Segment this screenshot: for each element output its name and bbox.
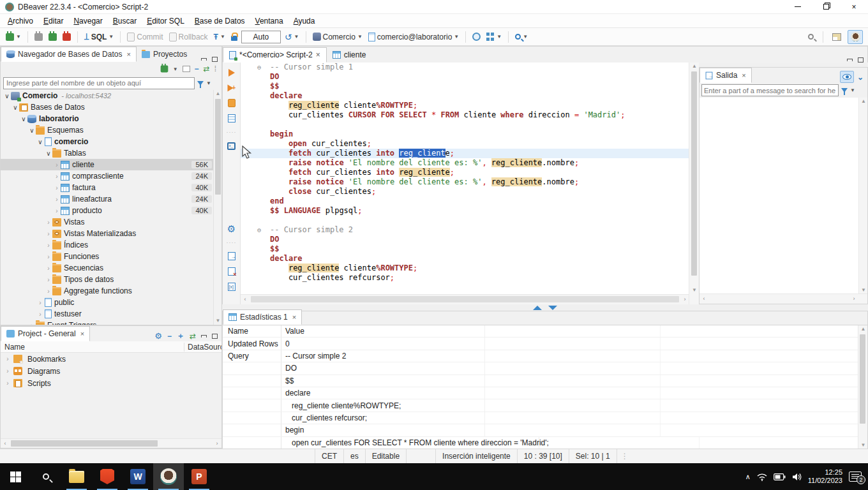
tree-item-tipos-de-datos[interactable]: ›Tipos de datos	[1, 274, 214, 285]
tab-salida-close-icon[interactable]: ×	[742, 71, 745, 79]
tree-item-public[interactable]: ›public	[1, 297, 214, 308]
fold-collapse-icon[interactable]: ⊖	[257, 63, 266, 72]
chevron-collapsed-icon[interactable]: ›	[45, 288, 52, 295]
chevron-expanded-icon[interactable]: ∨	[3, 93, 11, 100]
editor-scroll-up-icon[interactable]: ▲	[689, 63, 700, 70]
scroll-down-icon[interactable]: ▼	[214, 317, 222, 325]
stats-scroll-up-icon[interactable]: ▲	[858, 325, 868, 333]
minimize-panel-icon[interactable]	[201, 58, 207, 61]
stats-row-6[interactable]: reg_cliente cliente%ROWTYPE;	[223, 399, 859, 412]
status-cell-4[interactable]: Inserción inteligente	[435, 449, 518, 463]
tab-database-navigator[interactable]: Navegador de Bases de Datos ×	[1, 47, 137, 62]
restore-button[interactable]	[812, 0, 840, 14]
sql-editor[interactable]: + ···· ›_ ⚙ ···· ⊖-- Cursor simple 1DO$$…	[222, 63, 699, 304]
code-line-23[interactable]: cur_clientes refcursor;	[241, 273, 689, 283]
output-hscrollbar[interactable]: ‹ ›	[700, 293, 867, 304]
menu-ayuda[interactable]: Ayuda	[288, 15, 320, 27]
export-result-button[interactable]	[227, 251, 236, 261]
stats-row-4[interactable]: $$	[223, 375, 859, 387]
status-cell-1[interactable]: CET	[315, 449, 344, 463]
chevron-collapsed-icon[interactable]: ›	[45, 265, 52, 272]
status-cell-5[interactable]: 10 : 39 [10]	[517, 449, 569, 463]
refresh-icon[interactable]: ⇄	[204, 64, 210, 73]
stats-row-2[interactable]: Query-- Cursor simple 2	[223, 350, 859, 362]
tree-item-bases-de-datos[interactable]: ∨Bases de Datos	[1, 101, 214, 113]
chevron-collapsed-icon[interactable]: ›	[45, 219, 52, 226]
code-line-7[interactable]	[241, 120, 689, 130]
taskbar-dbeaver[interactable]	[153, 463, 184, 490]
tree-item-tablas[interactable]: ∨Tablas	[1, 147, 214, 159]
code-area[interactable]: ⊖-- Cursor simple 1DO$$declare reg_clien…	[241, 63, 689, 293]
open-console-button[interactable]: ›_	[227, 141, 236, 151]
connect-button[interactable]	[33, 30, 45, 44]
disconnect-button[interactable]	[61, 30, 73, 44]
project-maximize-icon[interactable]	[212, 334, 218, 339]
filter-dropdown[interactable]: ▼	[206, 80, 211, 86]
nav-new-folder-icon[interactable]	[183, 66, 190, 72]
code-line-15[interactable]: end	[241, 197, 689, 206]
tree-item-producto[interactable]: ›producto40K	[1, 205, 214, 216]
chevron-expanded-icon[interactable]: ∨	[11, 104, 19, 111]
chevron-collapsed-icon[interactable]: ›	[36, 311, 44, 318]
output-search-input[interactable]	[701, 84, 839, 96]
status-cell-2[interactable]: es	[343, 449, 366, 463]
code-line-13[interactable]: raise notice 'El nombre del cliente es: …	[241, 177, 689, 187]
navigate-button[interactable]	[470, 30, 483, 44]
network-button[interactable]: ▼	[484, 30, 504, 44]
maximize-panel-icon[interactable]	[212, 57, 218, 62]
tab-estadisticas[interactable]: Estadísticas 1 ×	[223, 309, 302, 325]
chevron-collapsed-icon[interactable]: ›	[45, 230, 52, 237]
code-line-2[interactable]: DO	[241, 72, 689, 82]
close-button[interactable]: ×	[840, 0, 868, 14]
commit-button[interactable]: Commit	[125, 30, 165, 44]
project-item-scripts[interactable]: ›Scripts	[1, 377, 221, 389]
column-datasource[interactable]: DataSource	[184, 343, 221, 352]
output-hscroll-left-icon[interactable]: ‹	[700, 294, 708, 303]
view-menu-icon[interactable]: ⁞	[214, 64, 216, 73]
tab-estadisticas-close-icon[interactable]: ×	[292, 313, 296, 321]
tab-sql-script-close-icon[interactable]: ×	[316, 50, 320, 59]
chevron-collapsed-icon[interactable]: ›	[45, 242, 52, 249]
code-line-11[interactable]: raise notice 'El nombre del cliente es: …	[241, 158, 689, 168]
tray-expand-icon[interactable]: ∧	[745, 473, 751, 481]
tree-item-secuencias[interactable]: ›Secuencias	[1, 262, 214, 274]
taskbar-clock[interactable]: 12:25 11/02/2023	[808, 468, 842, 485]
hscroll-left-icon[interactable]: ‹	[1, 439, 10, 448]
taskbar-brave[interactable]	[92, 463, 123, 490]
tree-item-funciones[interactable]: ›Funciones	[1, 251, 214, 262]
database-selector[interactable]: comercio@laboratorio▼	[366, 30, 461, 44]
code-line-3[interactable]: $$	[241, 82, 689, 91]
dbeaver-perspective-button[interactable]	[848, 30, 863, 44]
show-output-toggle[interactable]	[840, 71, 854, 83]
stats-row-5[interactable]: declare	[223, 387, 859, 399]
code-line-20[interactable]: $$	[241, 244, 689, 254]
taskbar-explorer[interactable]	[61, 463, 92, 490]
new-sql-editor-button[interactable]: ⟘SQL▼	[82, 30, 116, 44]
wifi-icon[interactable]	[757, 473, 767, 481]
output-scroll-up-icon[interactable]: ▲	[859, 98, 868, 105]
editor-hscroll-right-icon[interactable]: ›	[680, 295, 689, 304]
tab-salida[interactable]: Salida ×	[700, 68, 752, 83]
output-filter-icon[interactable]	[841, 88, 848, 93]
navigator-scrollbar[interactable]: ▲ ▼	[213, 90, 221, 325]
code-line-14[interactable]: close cur_clientes;	[241, 187, 689, 197]
project-tab-close-icon[interactable]: ×	[80, 330, 84, 338]
chevron-collapsed-icon[interactable]: ›	[53, 173, 61, 180]
tab-project-general[interactable]: Project - General ×	[1, 326, 90, 341]
nav-new-connection-icon[interactable]	[160, 66, 168, 73]
project-item-bookmarks[interactable]: ›Bookmarks	[1, 353, 221, 365]
project-minimize-icon[interactable]	[201, 335, 207, 338]
clear-script-button[interactable]	[227, 267, 236, 276]
menu-editar[interactable]: Editar	[38, 15, 68, 27]
code-line-8[interactable]: begin	[241, 130, 689, 139]
splitter-up-icon[interactable]	[533, 306, 542, 310]
code-line-4[interactable]: declare	[241, 91, 689, 101]
splitter-down-icon[interactable]	[548, 306, 557, 310]
tree-item-event-triggers[interactable]: ›Event Triggers	[1, 320, 214, 325]
tree-item-lineafactura[interactable]: ›lineafactura24K	[1, 193, 214, 205]
tab-cliente[interactable]: cliente	[327, 47, 372, 63]
editor-settings-button[interactable]: ⚙	[227, 224, 236, 234]
project-expand-icon[interactable]: ＋	[177, 330, 184, 341]
chevron-collapsed-icon[interactable]: ›	[36, 299, 44, 306]
quick-search-button[interactable]: ▼	[513, 30, 530, 44]
